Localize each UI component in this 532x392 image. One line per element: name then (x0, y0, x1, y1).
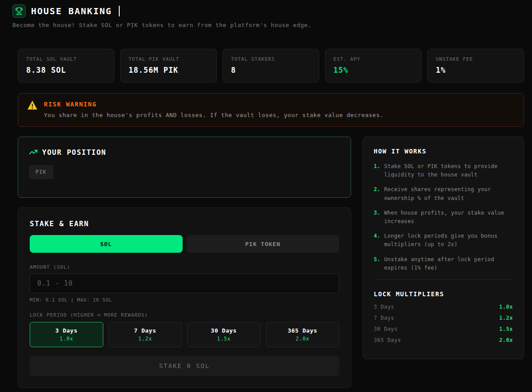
step-number: 5. (374, 255, 380, 272)
trophy-icon (12, 4, 26, 18)
stat-value: 1% (436, 66, 516, 74)
lock-option-multiplier: 2.0x (296, 336, 309, 342)
step-number: 4. (374, 232, 380, 249)
list-item: 3. When house profits, your stake value … (374, 209, 513, 226)
list-item: 2. Receive shares representing your owne… (374, 185, 513, 202)
lock-multipliers-title: LOCK MULTIPLIERS (374, 290, 513, 298)
lock-option-days: 7 Days (134, 327, 156, 334)
lock-option-days: 30 Days (211, 327, 237, 334)
pik-token-badge[interactable]: PIK (29, 165, 53, 179)
multiplier-label: 3 Days (374, 304, 394, 310)
step-number: 2. (374, 185, 380, 202)
lock-option-multiplier: 1.0x (59, 336, 73, 342)
stake-and-earn-panel: STAKE & EARN SOL PIK TOKEN AMOUNT (SOL) … (18, 208, 351, 388)
multiplier-value: 1.5x (499, 326, 513, 332)
step-text: When house profits, your stake value inc… (384, 209, 513, 226)
your-position-panel: YOUR POSITION PIK (18, 137, 351, 198)
tab-sol[interactable]: SOL (30, 235, 183, 253)
trending-up-icon (29, 148, 38, 157)
table-row: 365 Days 2.0x (374, 337, 513, 343)
risk-warning-banner: RISK WARNING You share in the house's pr… (18, 93, 524, 127)
list-item: 4. Longer lock periods give you bonus mu… (374, 232, 513, 249)
your-position-title: YOUR POSITION (42, 148, 106, 157)
lock-option-3-days[interactable]: 3 Days 1.0x (30, 322, 103, 347)
lock-option-7-days[interactable]: 7 Days 1.2x (109, 322, 182, 347)
stat-card-total-sol-vault: TOTAL SOL VAULT 8.38 SOL (18, 49, 114, 82)
how-it-works-title: HOW IT WORKS (374, 148, 513, 155)
stat-label: UNSTAKE FEE (436, 56, 516, 62)
step-text: Stake SOL or PIK tokens to provide liqui… (384, 162, 513, 179)
list-item: 5. Unstake anytime after lock period exp… (374, 255, 513, 272)
stat-value: 8.38 SOL (26, 66, 106, 74)
stats-row: TOTAL SOL VAULT 8.38 SOL TOTAL PIK VAULT… (18, 49, 524, 82)
step-number: 3. (374, 209, 380, 226)
lock-period-options: 3 Days 1.0x 7 Days 1.2x 30 Days 1.5x 365… (30, 322, 339, 347)
tab-pik-token[interactable]: PIK TOKEN (187, 235, 340, 253)
risk-warning-message: You share in the house's profits AND los… (44, 112, 383, 118)
multiplier-value: 1.0x (499, 304, 513, 310)
stat-card-unstake-fee: UNSTAKE FEE 1% (427, 49, 524, 82)
info-sidebar: HOW IT WORKS 1. Stake SOL or PIK tokens … (363, 137, 524, 359)
step-text: Receive shares representing your ownersh… (384, 185, 513, 202)
amount-label: AMOUNT (SOL) (30, 264, 339, 270)
page-subtitle: Become the house! Stake SOL or PIK token… (12, 22, 524, 28)
lock-option-30-days[interactable]: 30 Days 1.5x (187, 322, 261, 347)
lock-option-365-days[interactable]: 365 Days 2.0x (266, 322, 340, 347)
table-row: 7 Days 1.2x (374, 315, 513, 321)
lock-option-days: 3 Days (55, 327, 78, 334)
multiplier-label: 7 Days (374, 315, 394, 321)
stat-card-total-pik-vault: TOTAL PIK VAULT 18.56M PIK (120, 49, 217, 82)
table-row: 30 Days 1.5x (374, 326, 513, 332)
multiplier-value: 1.2x (499, 315, 513, 321)
list-item: 1. Stake SOL or PIK tokens to provide li… (374, 162, 513, 179)
page-header: HOUSE BANKING Become the house! Stake SO… (0, 0, 532, 28)
risk-warning-title: RISK WARNING (44, 101, 383, 108)
stat-card-total-stakers: TOTAL STAKERS 8 (223, 49, 319, 82)
stat-card-est-apy: EST. APY 15% (325, 49, 422, 82)
multiplier-label: 30 Days (374, 326, 398, 332)
lock-option-multiplier: 1.5x (217, 336, 231, 342)
sidebar-divider (374, 279, 513, 280)
lock-option-multiplier: 1.2x (138, 336, 152, 342)
stat-value: 8 (231, 66, 311, 74)
lock-period-label: LOCK PERIOD (HIGHER = MORE REWARDS) (30, 312, 339, 318)
multiplier-label: 365 Days (374, 337, 401, 343)
warning-triangle-icon (27, 100, 38, 110)
amount-input[interactable] (30, 274, 339, 293)
how-it-works-steps: 1. Stake SOL or PIK tokens to provide li… (374, 162, 513, 272)
step-text: Longer lock periods give you bonus multi… (384, 232, 513, 249)
stat-value-apy: 15% (333, 66, 413, 74)
table-row: 3 Days 1.0x (374, 304, 513, 310)
step-number: 1. (374, 162, 380, 179)
stat-value: 18.56M PIK (129, 66, 208, 74)
amount-hint: MIN: 0.1 SOL | MAX: 10 SOL (30, 297, 339, 303)
stake-submit-button[interactable]: STAKE 0 SOL (30, 356, 339, 376)
multiplier-value: 2.0x (499, 337, 513, 343)
stake-panel-title: STAKE & EARN (30, 220, 339, 228)
text-cursor (119, 6, 120, 16)
page-title: HOUSE BANKING (31, 6, 112, 16)
lock-option-days: 365 Days (288, 327, 317, 334)
step-text: Unstake anytime after lock period expire… (384, 255, 513, 272)
stat-label: EST. APY (333, 56, 413, 62)
stat-label: TOTAL SOL VAULT (26, 56, 106, 62)
token-tabs: SOL PIK TOKEN (30, 235, 339, 253)
stat-label: TOTAL STAKERS (231, 56, 311, 62)
stat-label: TOTAL PIK VAULT (129, 56, 208, 62)
lock-multipliers-list: 3 Days 1.0x 7 Days 1.2x 30 Days 1.5x 365… (374, 304, 513, 343)
